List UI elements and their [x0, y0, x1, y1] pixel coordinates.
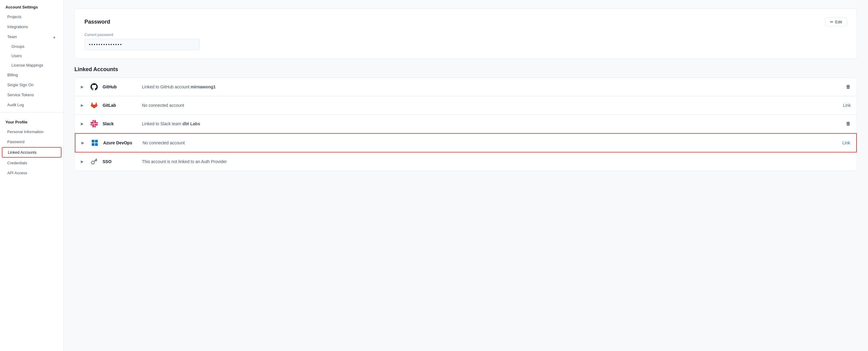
sidebar-item-linked-accounts[interactable]: Linked Accounts	[2, 147, 61, 158]
sso-account-row: ▶ SSO This account is not linked to an A…	[75, 153, 857, 171]
azure-devops-action: Link	[832, 140, 850, 145]
sidebar: Account Settings Projects Integrations T…	[0, 0, 64, 351]
sidebar-item-api-access[interactable]: API Access	[2, 168, 61, 178]
azure-devops-account-row: ▶ Azure DevOps No connected account Link	[75, 133, 857, 153]
gitlab-chevron-icon[interactable]: ▶	[81, 103, 86, 107]
slack-account-row: ▶ Slack Linked to Slack team dbt Labs 🗑	[75, 115, 857, 133]
sidebar-item-billing[interactable]: Billing	[2, 70, 61, 79]
current-password-label: Current password	[85, 33, 847, 37]
sidebar-item-groups[interactable]: Groups	[2, 42, 61, 51]
slack-icon	[90, 120, 98, 128]
github-name: GitHub	[102, 85, 142, 89]
password-section: Password ✏ Edit Current password •••••••…	[74, 8, 857, 59]
github-account-row: ▶ GitHub Linked to GitHub account mirnaw…	[75, 78, 857, 96]
slack-status: Linked to Slack team dbt Labs	[142, 121, 833, 126]
svg-rect-0	[92, 140, 94, 142]
sidebar-item-integrations[interactable]: Integrations	[2, 22, 61, 31]
sidebar-item-password[interactable]: Password	[2, 137, 61, 147]
sidebar-item-team[interactable]: Team ▲	[2, 32, 61, 41]
edit-password-button[interactable]: ✏ Edit	[825, 17, 847, 27]
sso-chevron-icon[interactable]: ▶	[81, 159, 86, 164]
password-display: ••••••••••••••	[85, 39, 199, 50]
github-icon	[90, 83, 98, 91]
team-chevron-icon: ▲	[53, 35, 56, 39]
password-section-header: Password ✏ Edit	[85, 17, 847, 27]
gitlab-status: No connected account	[142, 103, 833, 108]
sso-name: SSO	[102, 159, 142, 164]
pencil-icon: ✏	[830, 20, 834, 24]
azure-devops-name: Azure DevOps	[103, 140, 143, 145]
slack-delete-icon[interactable]: 🗑	[846, 121, 851, 126]
sidebar-item-users[interactable]: Users	[2, 52, 61, 60]
sidebar-item-service-tokens[interactable]: Service Tokens	[2, 90, 61, 100]
gitlab-name: GitLab	[102, 103, 142, 108]
azure-devops-link-button[interactable]: Link	[842, 140, 850, 145]
accounts-list: ▶ GitHub Linked to GitHub account mirnaw…	[74, 77, 857, 171]
gitlab-account-row: ▶ GitLab No connected account Link	[75, 96, 857, 115]
sidebar-item-audit-log[interactable]: Audit Log	[2, 100, 61, 109]
sidebar-divider	[0, 112, 63, 113]
github-chevron-icon[interactable]: ▶	[81, 85, 86, 89]
github-delete-icon[interactable]: 🗑	[846, 84, 851, 90]
account-settings-header: Account Settings	[0, 0, 63, 12]
github-action: 🗑	[833, 84, 851, 90]
sidebar-item-single-sign-on[interactable]: Single Sign On	[2, 80, 61, 90]
gitlab-icon	[90, 101, 98, 109]
linked-accounts-section: Linked Accounts ▶ GitHub Linked to GitHu…	[74, 66, 857, 171]
azure-devops-icon	[91, 138, 99, 147]
gitlab-link-button[interactable]: Link	[843, 103, 851, 108]
github-status: Linked to GitHub account mirnawong1	[142, 85, 833, 89]
slack-chevron-icon[interactable]: ▶	[81, 122, 86, 126]
slack-action: 🗑	[833, 121, 851, 126]
svg-rect-3	[95, 143, 98, 146]
azure-devops-status: No connected account	[143, 140, 832, 145]
sidebar-item-credentials[interactable]: Credentials	[2, 158, 61, 168]
sidebar-item-personal-information[interactable]: Personal Information	[2, 127, 61, 136]
svg-rect-2	[92, 143, 94, 146]
svg-rect-1	[95, 140, 98, 142]
password-title: Password	[85, 19, 110, 25]
main-content: Password ✏ Edit Current password •••••••…	[64, 0, 868, 351]
gitlab-action: Link	[833, 103, 851, 108]
slack-name: Slack	[102, 121, 142, 126]
sso-icon	[90, 157, 98, 166]
sidebar-item-projects[interactable]: Projects	[2, 12, 61, 22]
azure-chevron-icon[interactable]: ▶	[82, 141, 86, 145]
sidebar-item-license-mappings[interactable]: License Mappings	[2, 61, 61, 70]
current-password-field: Current password ••••••••••••••	[85, 33, 847, 50]
linked-accounts-title: Linked Accounts	[74, 66, 857, 73]
sso-status: This account is not linked to an Auth Pr…	[142, 159, 833, 164]
your-profile-header: Your Profile	[0, 115, 63, 127]
